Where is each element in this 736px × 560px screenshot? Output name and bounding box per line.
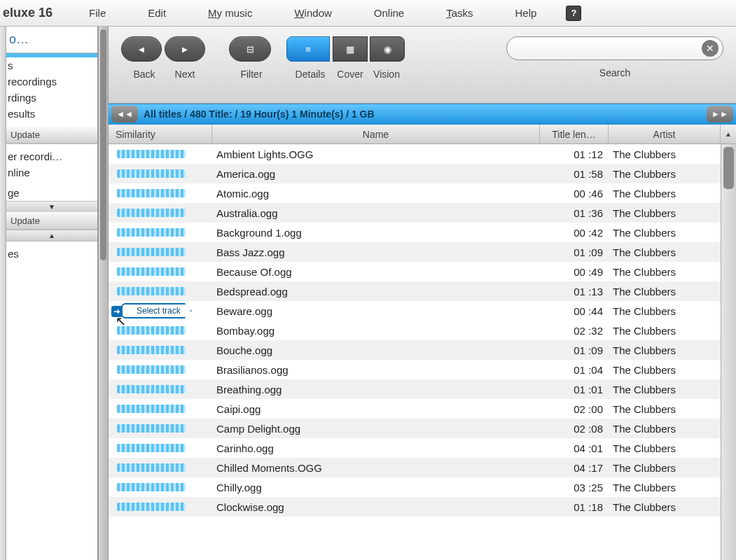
next-button[interactable]: ►: [165, 36, 205, 62]
sidebar-item[interactable]: s: [6, 57, 97, 74]
sidebar-item[interactable]: ge: [6, 185, 97, 201]
grid-icon: ▦: [346, 44, 354, 55]
table-row[interactable]: Bedspread.ogg01 :13The Clubbers: [109, 281, 736, 301]
length-cell: 00 :49: [540, 266, 609, 278]
sidebar-item[interactable]: es: [6, 246, 97, 262]
sidebar-scroll-down-icon[interactable]: ▼: [6, 201, 97, 212]
menu-mymusic[interactable]: My music: [187, 7, 273, 19]
table-row[interactable]: Caipi.ogg02 :00The Clubbers: [109, 399, 736, 419]
vertical-scroll-thumb[interactable]: [723, 147, 734, 189]
sidebar-scroll-thumb[interactable]: [100, 29, 106, 260]
artist-cell: The Clubbers: [609, 188, 721, 200]
table-row[interactable]: Breathing.ogg01 :01The Clubbers: [109, 379, 736, 399]
length-cell: 02 :00: [540, 403, 609, 415]
name-cell: Camp Delight.ogg: [212, 423, 540, 435]
artist-cell: The Clubbers: [609, 442, 721, 454]
vision-view-button[interactable]: ◉: [370, 36, 405, 62]
table-row[interactable]: Background 1.ogg00 :42The Clubbers: [109, 223, 736, 242]
name-cell: Bouche.ogg: [212, 344, 540, 356]
menu-file[interactable]: File: [68, 7, 127, 19]
sidebar-item[interactable]: er recordi…: [6, 148, 97, 164]
similarity-bar-icon: [117, 209, 186, 217]
table-row[interactable]: Chilled Moments.OGG04 :17The Clubbers: [109, 458, 736, 477]
search-input[interactable]: ✕: [506, 36, 723, 60]
artist-cell: The Clubbers: [609, 364, 721, 376]
length-cell: 01 :18: [540, 501, 609, 513]
table-row[interactable]: Camp Delight.ogg02 :08The Clubbers: [109, 419, 736, 438]
name-cell: Bombay.ogg: [212, 325, 540, 337]
similarity-bar-icon: [117, 483, 186, 491]
table-row[interactable]: Because Of.ogg00 :49The Clubbers: [109, 262, 736, 281]
table-row[interactable]: Bouche.ogg01 :09The Clubbers: [109, 340, 736, 360]
sidebar-update-button[interactable]: Update: [6, 212, 97, 230]
sidebar-item[interactable]: nline: [6, 164, 97, 181]
scroll-up-icon[interactable]: ▲: [721, 125, 736, 144]
length-cell: 00 :44: [540, 305, 609, 317]
vertical-scrollbar[interactable]: [721, 144, 736, 560]
similarity-bar-icon: [117, 267, 186, 276]
table-row[interactable]: Bass Jazz.ogg01 :09The Clubbers: [109, 242, 736, 262]
filter-button[interactable]: ⊟: [229, 36, 271, 62]
name-cell: Because Of.ogg: [212, 266, 540, 278]
similarity-bar-icon: [117, 424, 186, 433]
table-row[interactable]: Atomic.ogg00 :46The Clubbers: [109, 183, 736, 203]
length-cell: 02 :32: [540, 325, 609, 337]
sidebar-gutter: [0, 27, 6, 560]
similarity-bar-icon: [117, 287, 186, 295]
column-name[interactable]: Name: [212, 125, 540, 144]
column-similarity[interactable]: Similarity: [109, 125, 212, 144]
help-icon[interactable]: ?: [566, 6, 581, 21]
sidebar-item[interactable]: esults: [6, 106, 97, 122]
table-row[interactable]: Brasilianos.ogg01 :04The Clubbers: [109, 360, 736, 379]
cover-view-button[interactable]: ▦: [333, 36, 368, 62]
menu-help[interactable]: Help: [494, 7, 558, 19]
length-cell: 04 :17: [540, 462, 609, 474]
sidebar-collapsed-title: o…: [6, 27, 97, 52]
artist-cell: The Clubbers: [609, 384, 721, 396]
length-cell: 04 :01: [540, 442, 609, 454]
similarity-cell: [109, 444, 212, 452]
table-row[interactable]: Bombay.ogg02 :32The Clubbers: [109, 321, 736, 340]
menu-window-rest: indow: [305, 7, 332, 19]
breadcrumb-prev-button[interactable]: ◄◄: [111, 106, 138, 122]
name-cell: Ambient Lights.OGG: [212, 148, 540, 160]
table-row[interactable]: Australia.ogg01 :36The Clubbers: [109, 203, 736, 223]
column-length[interactable]: Title len…: [540, 125, 609, 144]
similarity-cell: [109, 228, 212, 237]
table-row[interactable]: Chilly.ogg03 :25The Clubbers: [109, 477, 736, 497]
similarity-bar-icon: [117, 365, 186, 374]
name-cell: Bass Jazz.ogg: [212, 246, 540, 258]
sidebar-item[interactable]: recordings: [6, 74, 97, 90]
menu-bar: eluxe 16 File Edit My music Window Onlin…: [0, 0, 736, 27]
details-view-button[interactable]: ≡: [286, 36, 330, 62]
table-row[interactable]: Ambient Lights.OGG01 :12The Clubbers: [109, 144, 736, 164]
name-cell: Caipi.ogg: [212, 403, 540, 415]
sidebar-item[interactable]: rdings: [6, 90, 97, 106]
table-row[interactable]: Carinho.ogg04 :01The Clubbers: [109, 438, 736, 458]
breadcrumb-next-button[interactable]: ►►: [707, 106, 733, 122]
table-row[interactable]: Beware.ogg00 :44The Clubbers: [109, 301, 736, 321]
name-cell: Beware.ogg: [212, 305, 540, 317]
similarity-cell: [109, 150, 212, 158]
sidebar-section-3: es: [6, 241, 97, 262]
column-artist[interactable]: Artist: [609, 125, 721, 144]
length-cell: 03 :25: [540, 482, 609, 493]
sidebar-section-2: er recordi… nline ge: [6, 144, 97, 201]
menu-window[interactable]: Window: [273, 7, 352, 19]
eye-icon: ◉: [384, 44, 391, 55]
next-label: Next: [165, 69, 205, 80]
similarity-cell: [109, 287, 212, 295]
similarity-bar-icon: [117, 405, 186, 413]
menu-edit[interactable]: Edit: [127, 7, 187, 19]
name-cell: Chilled Moments.OGG: [212, 462, 540, 474]
menu-online[interactable]: Online: [353, 7, 425, 19]
table-row[interactable]: America.ogg01 :58The Clubbers: [109, 164, 736, 183]
back-button[interactable]: ◄: [121, 36, 162, 62]
sidebar-scrollbar[interactable]: [98, 27, 109, 560]
table-row[interactable]: Clockwise.ogg01 :18The Clubbers: [109, 497, 736, 517]
sidebar-update-button[interactable]: Update: [6, 126, 97, 144]
menu-tasks[interactable]: Tasks: [425, 7, 494, 19]
similarity-cell: [109, 346, 212, 354]
clear-search-icon[interactable]: ✕: [702, 40, 718, 57]
sidebar-scroll-up-icon[interactable]: ▲: [6, 230, 97, 241]
